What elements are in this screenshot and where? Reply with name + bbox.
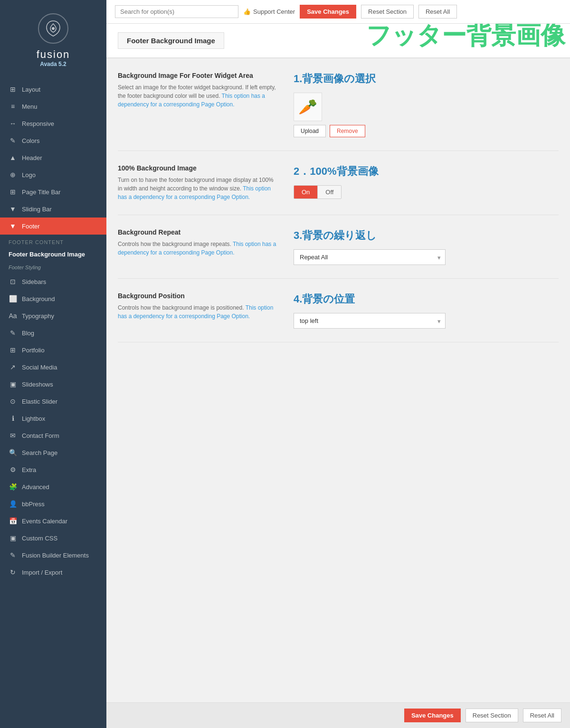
sidebar-item-header[interactable]: ▲ Header: [0, 149, 106, 166]
import-export-icon: ↻: [9, 568, 17, 576]
sidebar-item-lightbox[interactable]: ℹ Lightbox: [0, 410, 106, 427]
option-row-100bg: 100% Background Image Turn on to have th…: [118, 151, 559, 215]
sidebar-item-advanced[interactable]: 🧩 Advanced: [0, 478, 106, 495]
fusion-builder-icon: ✎: [9, 551, 17, 559]
sidebar-item-import-export[interactable]: ↻ Import / Export: [0, 564, 106, 581]
100bg-desc: Turn on to have the footer background im…: [118, 176, 279, 201]
jp-label-2: 2．100%背景画像: [294, 164, 559, 179]
typography-icon: Aa: [9, 312, 17, 320]
colors-icon: ✎: [9, 137, 17, 144]
sidebar-item-extra[interactable]: ⚙ Extra: [0, 461, 106, 478]
bg-repeat-select[interactable]: Repeat All No Repeat Repeat Horizontally…: [294, 249, 446, 265]
section-title: Footer Background Image: [118, 32, 224, 49]
sidebar-active-sub[interactable]: Footer Background Image: [0, 247, 106, 262]
save-changes-button-top[interactable]: Save Changes: [300, 5, 356, 19]
thumbs-up-icon: 👍: [243, 8, 251, 15]
main-content: 👍 Support Center Save Changes Reset Sect…: [106, 0, 570, 728]
sidebar-item-events-calendar[interactable]: 📅 Events Calendar: [0, 512, 106, 529]
sidebar-item-colors[interactable]: ✎ Colors: [0, 132, 106, 149]
option-left-bg-repeat: Background Repeat Controls how the backg…: [118, 228, 279, 257]
image-preview: 🥕: [294, 93, 322, 121]
footer-content-label: Footer Content: [0, 235, 106, 247]
toggle-on-button[interactable]: On: [294, 186, 318, 199]
image-upload-area: 🥕 Upload Remove: [294, 93, 559, 137]
sidebar-item-blog[interactable]: ✎ Blog: [0, 324, 106, 341]
custom-css-icon: ▣: [9, 534, 17, 542]
sidebar-item-menu[interactable]: ≡ Menu: [0, 98, 106, 115]
content-body: Background Image For Footer Widget Area …: [106, 58, 570, 702]
reset-section-button-bottom[interactable]: Reset Section: [466, 709, 518, 722]
reset-all-button-top[interactable]: Reset All: [418, 5, 457, 19]
option-right-bg-repeat: 3.背景の繰り返し Repeat All No Repeat Repeat Ho…: [294, 228, 559, 265]
logo-version: Avada 5.2: [40, 61, 66, 67]
option-row-bg-position: Background Position Controls how the bac…: [118, 279, 559, 342]
responsive-icon: ↔: [9, 120, 17, 127]
sidebar-logo: fusion Avada 5.2: [37, 0, 70, 76]
support-center-button[interactable]: 👍 Support Center: [243, 8, 295, 15]
jp-label-3: 3.背景の繰り返し: [294, 228, 559, 243]
footer-icon: ▼: [9, 222, 17, 230]
sidebars-icon: ⊡: [9, 278, 17, 285]
sidebar-item-footer[interactable]: ▼ Footer: [0, 217, 106, 235]
social-media-icon: ↗: [9, 363, 17, 371]
sidebar-item-portfolio[interactable]: ⊞ Portfolio: [0, 341, 106, 359]
jp-label-1: 1.背景画像の選択: [294, 72, 559, 86]
sidebar-item-slideshows[interactable]: ▣ Slideshows: [0, 376, 106, 393]
option-row-bg-image: Background Image For Footer Widget Area …: [118, 58, 559, 151]
sidebar-item-page-title-bar[interactable]: ⊞ Page Title Bar: [0, 183, 106, 200]
sidebar-item-sliding-bar[interactable]: ▼ Sliding Bar: [0, 200, 106, 217]
sidebar-item-contact-form[interactable]: ✉ Contact Form: [0, 427, 106, 444]
bg-repeat-title: Background Repeat: [118, 228, 279, 236]
option-left-100bg: 100% Background Image Turn on to have th…: [118, 164, 279, 201]
sidebar-item-fusion-builder[interactable]: ✎ Fusion Builder Elements: [0, 547, 106, 564]
carrot-image: 🥕: [298, 98, 317, 116]
reset-all-button-bottom[interactable]: Reset All: [523, 709, 561, 722]
logo-nav-icon: ⊕: [9, 171, 17, 179]
sidebar-item-elastic-slider[interactable]: ⊙ Elastic Slider: [0, 393, 106, 410]
upload-button[interactable]: Upload: [294, 125, 326, 137]
background-icon: ⬜: [9, 295, 17, 303]
reset-section-button-top[interactable]: Reset Section: [361, 5, 414, 19]
toggle-off-button[interactable]: Off: [318, 186, 341, 199]
footer-styling-label: Footer Styling: [0, 262, 106, 273]
logo-icon: [38, 13, 68, 44]
elastic-slider-icon: ⊙: [9, 397, 17, 405]
sliding-bar-icon: ▼: [9, 205, 17, 213]
sidebar-item-responsive[interactable]: ↔ Responsive: [0, 115, 106, 132]
sidebar-item-search-page[interactable]: 🔍 Search Page: [0, 444, 106, 461]
bg-image-desc: Select an image for the footer widget ba…: [118, 83, 279, 109]
menu-icon: ≡: [9, 103, 17, 110]
logo-title: fusion: [37, 48, 70, 61]
sidebar-item-background[interactable]: ⬜ Background: [0, 290, 106, 307]
sidebar-item-social-media[interactable]: ↗ Social Media: [0, 359, 106, 376]
jp-label-4: 4.背景の位置: [294, 292, 559, 306]
lightbox-icon: ℹ: [9, 415, 17, 422]
option-right-bg-position: 4.背景の位置 top left top center top right ce…: [294, 292, 559, 329]
bg-repeat-desc: Controls how the background image repeat…: [118, 240, 279, 257]
bg-position-desc: Controls how the background image is pos…: [118, 303, 279, 321]
sidebar-item-custom-css[interactable]: ▣ Custom CSS: [0, 529, 106, 547]
bg-position-select[interactable]: top left top center top right center lef…: [294, 313, 446, 329]
bottom-bar: Save Changes Reset Section Reset All: [106, 702, 570, 728]
option-row-bg-repeat: Background Repeat Controls how the backg…: [118, 215, 559, 279]
save-changes-button-bottom[interactable]: Save Changes: [404, 709, 461, 722]
slideshows-icon: ▣: [9, 380, 17, 388]
toggle-group-100bg: On Off: [294, 185, 342, 199]
top-bar: 👍 Support Center Save Changes Reset Sect…: [106, 0, 570, 24]
bg-position-select-wrapper: top left top center top right center lef…: [294, 313, 446, 329]
bbpress-icon: 👤: [9, 500, 17, 508]
sidebar-item-typography[interactable]: Aa Typography: [0, 307, 106, 324]
sidebar-item-bbpress[interactable]: 👤 bbPress: [0, 495, 106, 512]
sidebar-item-sidebars[interactable]: ⊡ Sidebars: [0, 273, 106, 290]
portfolio-icon: ⊞: [9, 346, 17, 354]
option-left-bg-position: Background Position Controls how the bac…: [118, 292, 279, 321]
sidebar-item-logo[interactable]: ⊕ Logo: [0, 166, 106, 183]
advanced-icon: 🧩: [9, 483, 17, 491]
100bg-title: 100% Background Image: [118, 164, 279, 172]
page-header: フッター背景画像 Footer Background Image: [106, 24, 570, 58]
remove-button[interactable]: Remove: [330, 125, 365, 137]
sidebar-item-layout[interactable]: ⊞ Layout: [0, 81, 106, 98]
extra-icon: ⚙: [9, 466, 17, 473]
search-input[interactable]: [115, 5, 238, 18]
page-title-bar-icon: ⊞: [9, 188, 17, 196]
